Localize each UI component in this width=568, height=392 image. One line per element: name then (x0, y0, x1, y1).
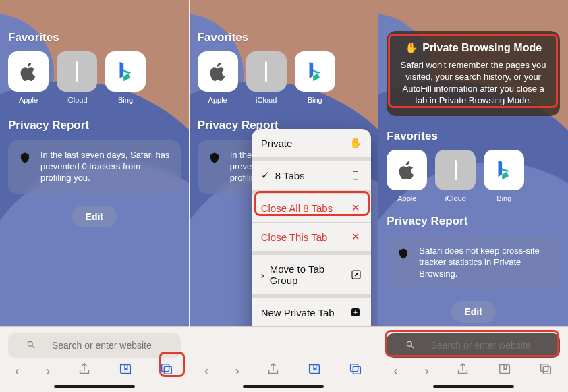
arrow-out-icon (350, 269, 362, 281)
svg-rect-3 (164, 366, 171, 374)
search-icon (26, 340, 36, 352)
shield-icon (208, 151, 221, 168)
favorite-apple[interactable]: Apple (8, 51, 49, 104)
checkmark-icon: ✓ (261, 169, 270, 181)
chevron-right-icon: › (261, 269, 264, 281)
icloud-icon (435, 150, 476, 190)
svg-point-10 (407, 341, 411, 346)
privacy-report-card[interactable]: In the last seven days, Safari has preve… (8, 140, 181, 194)
private-browsing-banner: ✋ Private Browsing Mode Safari won't rem… (387, 31, 560, 116)
forward-button[interactable]: › (46, 364, 51, 377)
screen-3: ✋ Private Browsing Mode Safari won't rem… (378, 0, 568, 392)
favorites-heading: Favorites (198, 31, 370, 45)
favorite-bing[interactable]: Bing (484, 150, 524, 202)
back-button[interactable]: ‹ (15, 364, 20, 377)
favorites-heading: Favorites (387, 130, 560, 143)
bottom-bar: ‹ › (0, 326, 189, 392)
favorites-row: Apple iCloud Bing (198, 51, 370, 104)
toolbar: ‹ › (190, 358, 378, 379)
hand-icon: ✋ (405, 40, 418, 55)
svg-rect-2 (161, 364, 169, 372)
address-input[interactable] (41, 340, 163, 351)
bottom-bar: ‹ › (190, 326, 378, 392)
tabs-button[interactable] (348, 362, 363, 379)
icloud-icon (57, 51, 97, 92)
favorite-icloud[interactable]: iCloud (435, 150, 476, 202)
close-icon: ✕ (349, 231, 362, 243)
favorite-icloud[interactable]: iCloud (57, 51, 97, 104)
svg-line-11 (411, 345, 414, 348)
menu-new-private[interactable]: New Private Tab (252, 298, 372, 327)
forward-button[interactable]: › (424, 364, 429, 377)
toolbar: ‹ › (0, 358, 189, 379)
apple-icon (387, 150, 427, 190)
forward-button[interactable]: › (235, 364, 239, 377)
screen-2: Favorites Apple iCloud Bing Privacy Repo… (190, 0, 379, 392)
tabs-button[interactable] (159, 362, 174, 379)
toolbar: ‹ › (378, 358, 568, 379)
tabs-button[interactable] (538, 362, 553, 379)
privacy-report-heading: Privacy Report (8, 119, 181, 132)
banner-body: Safari won't remember the pages you visi… (397, 59, 549, 107)
back-button[interactable]: ‹ (393, 364, 398, 377)
bing-icon (484, 150, 524, 190)
svg-point-0 (28, 341, 32, 346)
share-button[interactable] (77, 362, 92, 379)
favorites-row: Apple iCloud Bing (8, 51, 181, 104)
share-button[interactable] (455, 362, 470, 379)
favorite-apple[interactable]: Apple (387, 150, 427, 202)
apple-icon (198, 51, 238, 92)
menu-8tabs[interactable]: ✓8 Tabs (252, 161, 372, 194)
bing-icon (295, 51, 335, 92)
home-indicator (54, 385, 135, 388)
share-button[interactable] (266, 362, 281, 379)
favorite-bing[interactable]: Bing (105, 51, 146, 104)
menu-close-this[interactable]: Close This Tab ✕ (252, 223, 372, 255)
privacy-report-text: Safari does not keep cross-site tracker … (419, 246, 549, 280)
phone-icon (349, 169, 362, 181)
favorites-heading: Favorites (8, 31, 181, 45)
favorite-apple[interactable]: Apple (198, 51, 238, 104)
apple-icon (8, 51, 49, 92)
address-bar-private[interactable] (387, 333, 560, 358)
shield-icon (397, 247, 409, 264)
tab-groups-menu: Private ✋ ✓8 Tabs Close All 8 Tabs ✕ Clo… (252, 129, 372, 356)
privacy-report-text: In the last seven days, Safari has preve… (40, 150, 170, 184)
menu-move-group[interactable]: ›Move to Tab Group (252, 255, 372, 298)
home-indicator (433, 385, 514, 388)
close-icon: ✕ (349, 202, 362, 214)
bottom-bar: ‹ › (378, 326, 568, 392)
menu-private[interactable]: Private ✋ (252, 129, 372, 161)
edit-button[interactable]: Edit (72, 206, 117, 227)
banner-title: Private Browsing Mode (422, 40, 542, 55)
privacy-report-heading: Privacy Report (387, 215, 560, 228)
svg-rect-4 (353, 171, 358, 179)
menu-close-all[interactable]: Close All 8 Tabs ✕ (252, 194, 372, 223)
address-input[interactable] (420, 340, 542, 351)
plus-square-filled-icon (349, 306, 362, 318)
icloud-icon (246, 51, 287, 92)
svg-rect-13 (543, 366, 550, 374)
bookmarks-button[interactable] (118, 362, 133, 379)
svg-rect-12 (541, 364, 548, 372)
back-button[interactable]: ‹ (204, 364, 209, 377)
edit-button[interactable]: Edit (451, 301, 496, 323)
bookmarks-button[interactable] (497, 362, 512, 379)
svg-rect-8 (351, 364, 358, 372)
shield-icon (19, 151, 31, 168)
favorites-row: Apple iCloud Bing (387, 150, 560, 202)
search-icon (405, 340, 415, 352)
privacy-report-card[interactable]: Safari does not keep cross-site tracker … (387, 236, 560, 289)
svg-line-1 (32, 345, 35, 348)
screen-1: Favorites Apple iCloud Bing (0, 0, 190, 392)
bing-icon (105, 51, 146, 92)
favorite-icloud[interactable]: iCloud (246, 51, 287, 104)
svg-rect-9 (353, 366, 361, 374)
bookmarks-button[interactable] (307, 362, 322, 379)
address-bar[interactable] (8, 333, 181, 358)
home-indicator (243, 385, 324, 388)
hand-icon: ✋ (349, 137, 362, 149)
favorite-bing[interactable]: Bing (295, 51, 335, 104)
